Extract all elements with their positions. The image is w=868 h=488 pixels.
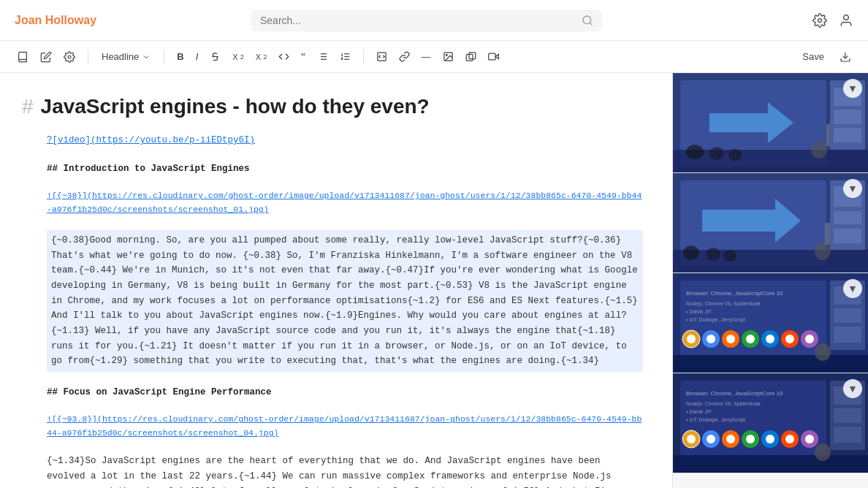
save-button[interactable]: Save [798, 48, 829, 65]
svg-point-42 [723, 250, 736, 262]
svg-point-4 [68, 56, 71, 58]
svg-point-29 [728, 149, 742, 161]
image-badge-4[interactable]: ▼ [843, 379, 862, 398]
editor-body[interactable]: ?[video](https://youtu.be/p-iiEDtpy6I) #… [22, 133, 643, 488]
image-button[interactable] [438, 48, 459, 65]
editor-line [22, 176, 643, 189]
gear-icon-button[interactable] [58, 48, 80, 66]
svg-text:Browser: Chrome, JavaScriptCor: Browser: Chrome, JavaScriptCore 10 [686, 290, 783, 297]
svg-point-82 [687, 435, 696, 443]
search-icon [582, 14, 593, 27]
image-badge-3[interactable]: ▼ [843, 279, 862, 298]
image-badge-1[interactable]: ▼ [843, 79, 862, 98]
title-text: JavaScript engines - how do they even? [41, 95, 430, 118]
editor-line [22, 148, 643, 161]
svg-point-90 [766, 435, 774, 443]
code-inline-button[interactable] [273, 48, 294, 65]
editor-line [22, 217, 643, 230]
svg-point-68 [805, 335, 814, 343]
separator-1 [88, 50, 88, 64]
svg-point-88 [746, 435, 755, 443]
divider-button[interactable]: — [416, 48, 436, 65]
video-button[interactable] [483, 48, 504, 65]
search-bar[interactable] [251, 9, 602, 31]
svg-text:• IoT: Duktape, JerryScript: • IoT: Duktape, JerryScript [686, 417, 745, 423]
settings-icon-button[interactable] [812, 13, 827, 28]
code-block-button[interactable] [371, 48, 392, 65]
list-ol-button[interactable] [335, 48, 356, 65]
svg-point-28 [709, 147, 724, 160]
insert-tools: — [371, 48, 504, 65]
svg-line-1 [590, 23, 592, 25]
svg-point-60 [726, 335, 735, 343]
main-content: # JavaScript engines - how do they even?… [0, 73, 868, 488]
sidebar-image-2[interactable]: ▼ [673, 173, 868, 273]
svg-rect-99 [834, 408, 861, 423]
svg-point-64 [766, 335, 774, 343]
quote-button[interactable]: " [296, 47, 310, 66]
conference-slide-4: Browser: Chrome, JavaScriptCore 10 Nodej… [673, 373, 868, 473]
link-button[interactable] [394, 48, 415, 65]
svg-rect-47 [834, 211, 861, 224]
sidebar-images: ▼ ▼ [672, 73, 868, 488]
editor-line: ![{~93.8}](https://res.cloudinary.com/gh… [22, 413, 643, 441]
save-area: Save [798, 48, 856, 66]
chevron-down-icon [142, 53, 151, 61]
svg-point-43 [815, 243, 831, 260]
conference-slide-1 [673, 73, 868, 173]
svg-text:• Dalvik JIT: • Dalvik JIT [686, 409, 712, 414]
svg-rect-95 [673, 455, 868, 473]
svg-point-62 [746, 335, 755, 343]
gallery-button[interactable] [460, 48, 481, 65]
sidebar-image-3[interactable]: Browser: Chrome, JavaScriptCore 10 Nodej… [673, 273, 868, 373]
svg-point-58 [707, 335, 715, 343]
editor-line [22, 372, 643, 385]
editor-toolbar: Headline B I X2 X2 " — [0, 41, 868, 73]
svg-rect-34 [834, 110, 861, 124]
format-dropdown[interactable]: Headline [96, 48, 156, 65]
bold-button[interactable]: B [172, 48, 189, 65]
editor-line: ![{~38}](https://res.cloudinary.com/ghos… [22, 189, 643, 217]
svg-point-84 [707, 435, 715, 443]
svg-point-70 [815, 343, 831, 361]
book-icon-button[interactable] [12, 48, 34, 66]
svg-rect-69 [673, 355, 868, 373]
svg-point-96 [815, 443, 831, 461]
svg-point-40 [683, 245, 699, 260]
sidebar-image-4[interactable]: Browser: Chrome, JavaScriptCore 10 Nodej… [673, 373, 868, 473]
svg-rect-21 [488, 53, 495, 60]
svg-rect-74 [834, 327, 861, 343]
user-icon-button[interactable] [839, 13, 853, 28]
editor-line: {~0.38}Good morning. So, are you all pum… [22, 230, 643, 372]
svg-point-56 [687, 335, 696, 343]
svg-text:Nodejs: Chrome V8, SpiderNode: Nodejs: Chrome V8, SpiderNode [686, 301, 761, 307]
title-hash: # [22, 95, 34, 118]
list-ul-button[interactable] [312, 48, 333, 65]
svg-point-30 [811, 141, 827, 159]
conference-slide-2 [673, 173, 868, 273]
edit-icon-button[interactable] [35, 48, 57, 66]
header: Joan Holloway [0, 0, 868, 41]
svg-text:Nodejs: Chrome V8, SpiderNode: Nodejs: Chrome V8, SpiderNode [686, 401, 761, 407]
editor-line: ?[video](https://youtu.be/p-iiEDtpy6I) [22, 133, 643, 148]
superscript-button[interactable]: X2 [251, 50, 272, 64]
editor-line: ## Introduction to JavaScript Engines [22, 161, 643, 177]
strikethrough-button[interactable] [205, 48, 226, 65]
search-input[interactable] [260, 15, 576, 26]
image-badge-2[interactable]: ▼ [843, 179, 862, 198]
svg-point-0 [583, 16, 591, 24]
svg-rect-100 [834, 427, 861, 443]
editor-area[interactable]: # JavaScript engines - how do they even?… [0, 73, 672, 488]
conference-slide-3: Browser: Chrome, JavaScriptCore 10 Nodej… [673, 273, 868, 373]
sidebar-image-1[interactable]: ▼ [673, 73, 868, 173]
export-icon-button[interactable] [834, 48, 856, 66]
svg-text:Browser: Chrome, JavaScriptCor: Browser: Chrome, JavaScriptCore 10 [686, 390, 783, 397]
svg-rect-35 [834, 128, 861, 142]
italic-button[interactable]: I [191, 48, 204, 65]
svg-point-41 [706, 248, 720, 261]
svg-point-27 [686, 145, 704, 159]
svg-rect-48 [834, 229, 861, 243]
svg-rect-39 [673, 250, 868, 273]
subscript-button[interactable]: X2 [227, 50, 248, 64]
view-tools [12, 48, 80, 66]
